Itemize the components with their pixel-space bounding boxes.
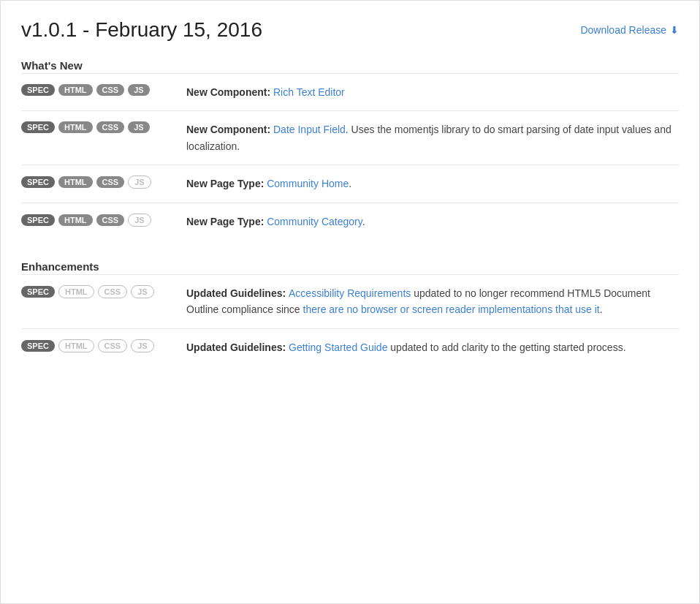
tag-spec: SPEC <box>21 121 55 133</box>
tag-spec: SPEC <box>21 214 55 226</box>
getting-started-guide-link[interactable]: Getting Started Guide <box>289 341 387 353</box>
tag-spec: SPEC <box>21 84 55 96</box>
content-suffix: . <box>362 216 365 227</box>
tag-css: CSS <box>96 84 125 96</box>
list-item: SPEC HTML CSS JS Updated Guidelines: Get… <box>21 328 679 366</box>
tag-group: SPEC HTML CSS JS <box>21 121 175 133</box>
date-input-field-link[interactable]: Date Input Field <box>273 124 346 135</box>
tag-html: HTML <box>58 176 93 188</box>
tag-html: HTML <box>58 84 93 96</box>
tag-css-inactive: CSS <box>98 285 128 298</box>
rich-text-editor-link[interactable]: Rich Text Editor <box>273 86 345 98</box>
community-home-link[interactable]: Community Home <box>267 178 349 189</box>
tag-css: CSS <box>96 176 125 188</box>
tag-css: CSS <box>96 214 125 226</box>
content-prefix: New Page Type: <box>186 178 267 189</box>
content-prefix: New Page Type: <box>186 216 267 227</box>
content-suffix: . <box>349 178 351 189</box>
no-browser-implementations-link[interactable]: there are no browser or screen reader im… <box>303 303 600 315</box>
tag-group: SPEC HTML CSS JS <box>21 175 175 189</box>
content-suffix: updated to add clarity to the getting st… <box>387 341 625 353</box>
tag-css: CSS <box>96 121 125 133</box>
list-item: SPEC HTML CSS JS New Component: Date Inp… <box>21 110 679 165</box>
tag-spec: SPEC <box>21 286 55 298</box>
list-item: SPEC HTML CSS JS Updated Guidelines: Acc… <box>21 274 679 328</box>
enhancements-section: Enhancements SPEC HTML CSS JS Updated Gu… <box>21 260 679 366</box>
enhancements-label: Enhancements <box>21 260 679 273</box>
item-content: New Component: Rich Text Editor <box>186 84 679 100</box>
tag-css-inactive: CSS <box>98 339 128 352</box>
tag-spec: SPEC <box>21 176 55 188</box>
list-item: SPEC HTML CSS JS New Component: Rich Tex… <box>21 73 679 110</box>
item-content: New Page Type: Community Category. <box>186 214 679 230</box>
content-prefix: New Component: <box>186 124 273 135</box>
tag-js: JS <box>128 121 149 133</box>
tag-js-inactive: JS <box>131 285 153 298</box>
whats-new-label: What's New <box>21 59 679 72</box>
tag-group: SPEC HTML CSS JS <box>21 339 175 352</box>
tag-group: SPEC HTML CSS JS <box>21 84 175 96</box>
tag-group: SPEC HTML CSS JS <box>21 214 175 227</box>
tag-group: SPEC HTML CSS JS <box>21 285 175 298</box>
tag-js: JS <box>128 84 149 96</box>
download-icon: ⬇ <box>670 24 679 36</box>
tag-js-inactive: JS <box>131 339 153 352</box>
content-prefix: Updated Guidelines: <box>186 341 289 353</box>
content-prefix: Updated Guidelines: <box>186 287 289 299</box>
community-category-link[interactable]: Community Category <box>267 216 362 227</box>
tag-js-inactive: JS <box>128 214 151 227</box>
item-content: Updated Guidelines: Getting Started Guid… <box>186 339 679 355</box>
item-content: New Component: Date Input Field. Uses th… <box>186 121 679 154</box>
accessibility-requirements-link[interactable]: Accessibility Requirements <box>289 287 411 299</box>
item-content: New Page Type: Community Home. <box>186 175 679 192</box>
tag-html: HTML <box>58 214 93 226</box>
tag-html-inactive: HTML <box>58 285 94 298</box>
page-header: v1.0.1 - February 15, 2016 Download Rele… <box>21 18 679 42</box>
tag-js-inactive: JS <box>128 175 151 189</box>
tag-html-inactive: HTML <box>58 339 94 352</box>
list-item: SPEC HTML CSS JS New Page Type: Communit… <box>21 165 679 202</box>
content-suffix: . <box>600 303 603 315</box>
download-release-link[interactable]: Download Release ⬇ <box>580 24 679 36</box>
whats-new-section: What's New SPEC HTML CSS JS New Componen… <box>21 59 679 240</box>
item-content: Updated Guidelines: Accessibility Requir… <box>186 285 679 318</box>
download-label: Download Release <box>580 24 666 36</box>
page-container: v1.0.1 - February 15, 2016 Download Rele… <box>0 0 700 604</box>
list-item: SPEC HTML CSS JS New Page Type: Communit… <box>21 203 679 240</box>
tag-spec: SPEC <box>21 340 55 352</box>
content-prefix: New Component: <box>186 86 273 98</box>
page-title: v1.0.1 - February 15, 2016 <box>21 18 262 42</box>
tag-html: HTML <box>58 121 93 133</box>
